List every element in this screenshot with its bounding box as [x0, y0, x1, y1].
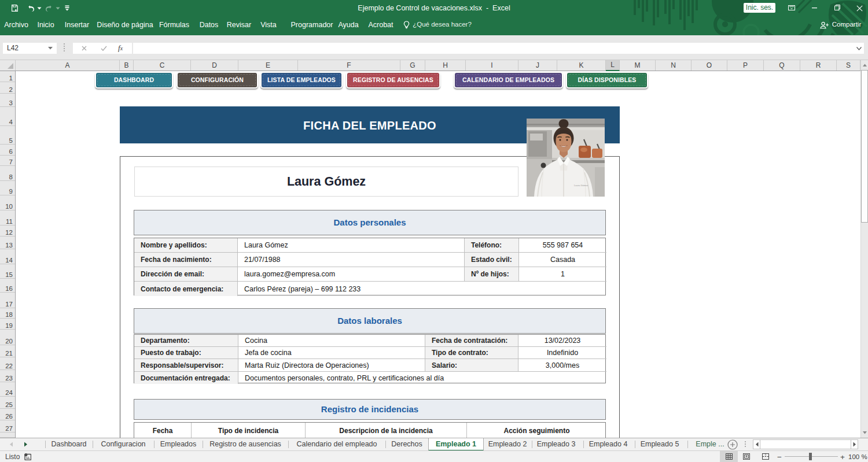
- svg-text:Laura Gómez: Laura Gómez: [574, 184, 588, 187]
